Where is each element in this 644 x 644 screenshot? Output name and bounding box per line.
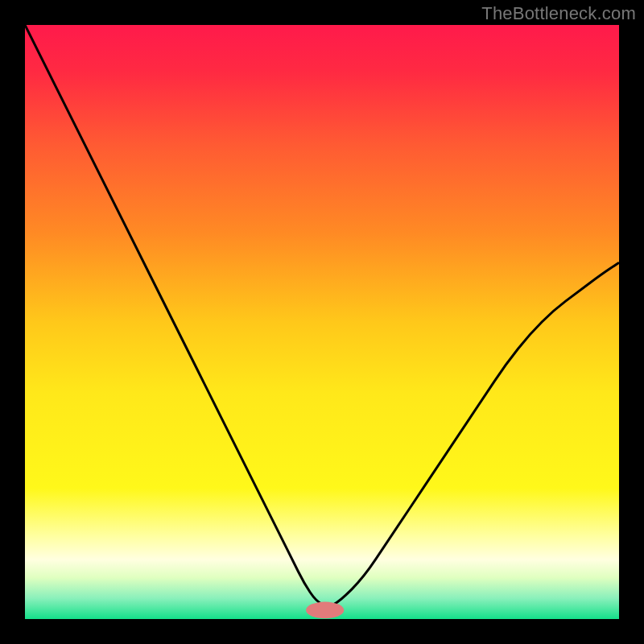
watermark: TheBottleneck.com (481, 3, 636, 24)
chart-frame: TheBottleneck.com (0, 0, 644, 644)
plot-area (25, 25, 619, 619)
optimal-point-marker (306, 602, 344, 619)
plot-background (25, 25, 619, 619)
chart-svg (25, 25, 619, 619)
